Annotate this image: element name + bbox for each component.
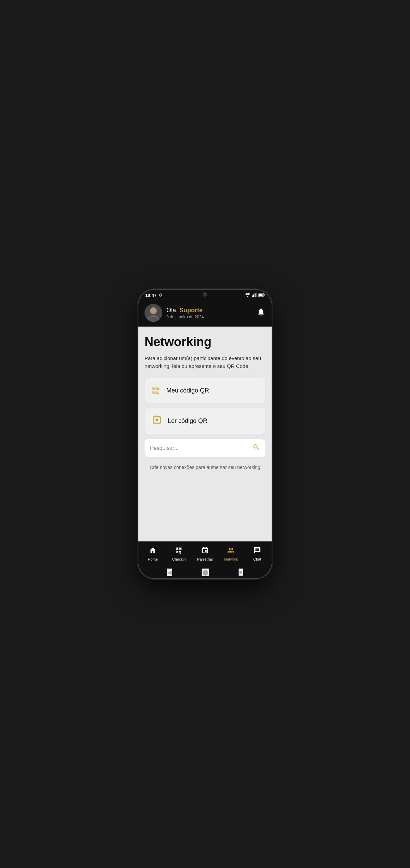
nav-item-home[interactable]: Home — [140, 545, 166, 563]
status-right — [245, 293, 265, 298]
phone-frame: 10:47 ⚙ — [138, 290, 272, 578]
nav-label-chat: Chat — [253, 557, 261, 561]
greeting-prefix: Olá, — [166, 307, 179, 314]
search-button[interactable] — [252, 443, 260, 453]
svg-point-0 — [247, 296, 248, 297]
signal-icon — [252, 293, 257, 298]
nav-item-network[interactable]: Network — [218, 545, 244, 563]
avatar — [145, 304, 162, 322]
scan-qr-label: Ler código QR — [168, 417, 207, 425]
app-header: Olá, Suporte 9 de janeiro de 2024 — [138, 301, 272, 327]
nav-label-checkin: Checkin — [172, 557, 186, 561]
status-left: 10:47 ⚙ — [145, 293, 162, 298]
home-icon — [149, 547, 156, 556]
header-user: Olá, Suporte 9 de janeiro de 2024 — [145, 304, 204, 322]
gear-icon: ⚙ — [159, 293, 162, 298]
svg-rect-2 — [253, 294, 254, 297]
page-description: Para adicionar um(a) participante do eve… — [145, 355, 265, 370]
scan-qr-button[interactable]: Ler código QR — [145, 408, 265, 435]
greeting-name: Suporte — [179, 307, 203, 314]
greeting: Olá, Suporte — [166, 307, 204, 314]
nav-label-palestras: Palestras — [197, 557, 213, 561]
android-nav-bar: ◀ ⬤ ■ — [138, 566, 272, 578]
status-time: 10:47 — [145, 293, 156, 298]
camera-dot — [203, 292, 207, 297]
qr-code-icon — [151, 386, 161, 395]
nav-label-home: Home — [148, 557, 158, 561]
phone-notch — [184, 290, 226, 299]
nav-label-network: Network — [224, 557, 238, 561]
empty-state-text: Crie novas conexões para aumentar seu ne… — [145, 465, 265, 470]
home-button[interactable]: ⬤ — [202, 568, 209, 576]
svg-rect-6 — [264, 294, 265, 296]
nav-item-palestras[interactable]: Palestras — [192, 545, 218, 563]
svg-rect-3 — [255, 293, 256, 297]
back-button[interactable]: ◀ — [167, 568, 172, 576]
search-container — [145, 439, 265, 457]
notification-button[interactable] — [257, 307, 265, 318]
svg-rect-7 — [259, 294, 263, 296]
battery-icon — [258, 293, 265, 298]
header-text: Olá, Suporte 9 de janeiro de 2024 — [166, 307, 204, 319]
svg-rect-1 — [252, 295, 253, 297]
chat-icon — [254, 547, 261, 556]
checkin-icon — [175, 547, 183, 556]
my-qr-button[interactable]: Meu código QR — [145, 378, 265, 403]
search-input[interactable] — [150, 445, 252, 451]
palestras-icon — [201, 547, 209, 556]
bottom-nav: Home Checkin Palestras — [138, 541, 272, 566]
camera-icon — [151, 415, 162, 427]
my-qr-label: Meu código QR — [166, 387, 209, 394]
page-title: Networking — [145, 335, 265, 349]
recents-button[interactable]: ■ — [238, 568, 243, 576]
nav-item-checkin[interactable]: Checkin — [166, 545, 192, 563]
network-icon — [227, 547, 235, 556]
nav-item-chat[interactable]: Chat — [244, 545, 270, 563]
svg-point-11 — [150, 307, 156, 314]
main-content: Networking Para adicionar um(a) particip… — [138, 327, 272, 541]
date-text: 9 de janeiro de 2024 — [166, 315, 204, 319]
wifi-icon — [245, 293, 250, 298]
svg-rect-4 — [256, 293, 257, 297]
